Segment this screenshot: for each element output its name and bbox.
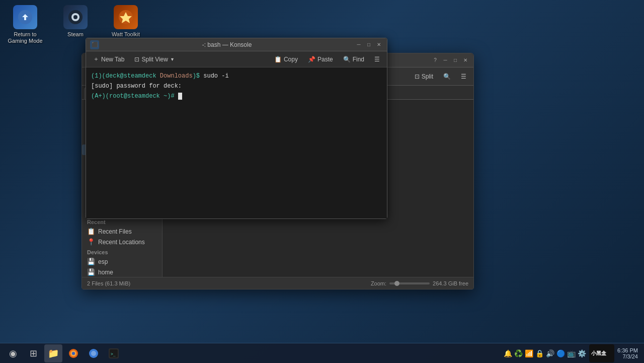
recent-files-icon: 📋 — [87, 228, 95, 235]
sidebar-item-recent-locations[interactable]: 📍 Recent Locations — [82, 237, 162, 247]
terminal-line-1: (1)(deck@steamdeck Downloads)$ sudo -i — [91, 71, 382, 81]
desktop: Return to Gaming Mode Steam Watt Toolkit — [0, 0, 644, 363]
close-button[interactable]: ✕ — [461, 56, 469, 64]
menu-button[interactable]: ☰ — [457, 71, 470, 82]
taskbar-left: ◉ ⊞ 📁 >_ — [4, 344, 123, 362]
konsole-close-button[interactable]: ✕ — [375, 41, 383, 49]
help-button[interactable]: ? — [431, 56, 439, 64]
steam-tray-icon[interactable]: ♻️ — [514, 349, 523, 357]
terminal-taskbar[interactable]: >_ — [105, 344, 123, 362]
network-tray-icon[interactable]: 📶 — [525, 349, 533, 357]
firefox-taskbar[interactable] — [64, 344, 83, 362]
split-icon: ⊡ — [415, 73, 420, 80]
zoom-slider-thumb — [394, 281, 399, 286]
watt-toolkit-icon — [114, 5, 138, 29]
search-button[interactable]: 🔍 — [439, 71, 455, 82]
konsole-title-bar: ⬛ -: bash — Konsole ─ □ ✕ — [86, 38, 387, 51]
new-tab-label: New Tab — [101, 56, 124, 63]
paste-icon: 📌 — [308, 56, 315, 63]
sidebar-item-home-dev-label: home — [98, 269, 113, 276]
split-view-button[interactable]: ⊡ Split View ▼ — [130, 54, 178, 64]
terminal-root-command — [175, 93, 178, 100]
maximize-button[interactable]: □ — [451, 56, 459, 64]
copy-label: Copy — [284, 56, 298, 63]
new-tab-icon: ＋ — [93, 55, 99, 63]
terminal-line-2: [sudo] password for deck: — [91, 82, 382, 91]
activities-button[interactable]: ◉ — [4, 344, 22, 362]
svg-point-10 — [72, 352, 75, 355]
konsole-toolbar: ＋ New Tab ⊡ Split View ▼ 📋 Copy 📌 Paste … — [86, 51, 387, 67]
sidebar-item-esp-label: esp — [98, 258, 108, 265]
desktop-icon-return-gaming[interactable]: Return to Gaming Mode — [5, 5, 45, 44]
split-label: Split — [422, 73, 433, 80]
terminal-line-3: (A+)(root@steamdeck ~)# — [91, 92, 382, 101]
zoom-control: Zoom: 264.3 GiB free — [371, 280, 468, 286]
devices-label: Devices — [82, 247, 162, 256]
konsole-app-icon: ⬛ — [90, 40, 99, 49]
minimize-button[interactable]: ─ — [441, 56, 449, 64]
terminal-prompt-suffix: )$ — [193, 72, 200, 80]
status-bar: 2 Files (61.3 MiB) Zoom: 264.3 GiB free — [82, 277, 473, 289]
konsole-title: -: bash — Konsole — [99, 41, 355, 48]
recent-locations-icon: 📍 — [87, 238, 95, 246]
discover-taskbar[interactable] — [85, 344, 103, 362]
bluetooth-icon[interactable]: 🔵 — [556, 349, 565, 357]
svg-point-3 — [73, 15, 77, 19]
paste-button[interactable]: 📌 Paste — [304, 54, 337, 64]
return-gaming-label: Return to Gaming Mode — [5, 31, 45, 44]
display-icon[interactable]: 📺 — [567, 349, 576, 357]
svg-text:小黑盒: 小黑盒 — [591, 350, 607, 356]
konsole-menu-button[interactable]: ☰ — [370, 54, 384, 64]
konsole-window-controls: ─ □ ✕ — [355, 41, 383, 49]
konsole-minimize-button[interactable]: ─ — [355, 41, 363, 49]
settings-tray-icon[interactable]: ⚙️ — [578, 349, 586, 357]
steam-label: Steam — [67, 31, 84, 38]
system-tray: 🔔 ♻️ 📶 🔒 🔊 🔵 📺 ⚙️ — [504, 349, 586, 357]
terminal-sudo-prompt: [sudo] password for deck: — [91, 83, 182, 90]
file-manager-taskbar[interactable]: 📁 — [44, 344, 62, 362]
taskbar-right: 🔔 ♻️ 📶 🔒 🔊 🔵 📺 ⚙️ 小黑盒 6:36 PM 7/3/24 — [504, 344, 640, 362]
new-tab-button[interactable]: ＋ New Tab — [89, 53, 128, 65]
watt-toolkit-label: Watt Toolkit — [112, 31, 140, 38]
volume-icon[interactable]: 🔊 — [546, 349, 554, 357]
brand-logo: 小黑盒 — [589, 344, 614, 362]
time-widget[interactable]: 6:36 PM 7/3/24 — [617, 347, 638, 359]
find-label: Find — [353, 56, 364, 63]
free-space: 264.3 GiB free — [433, 280, 468, 286]
sidebar-item-recent-files-label: Recent Files — [98, 228, 132, 235]
zoom-label: Zoom: — [371, 280, 386, 286]
notification-icon[interactable]: 🔔 — [504, 349, 512, 357]
terminal-cwd: Downloads — [160, 72, 193, 80]
terminal-cursor — [178, 93, 182, 100]
home-dev-icon: 💾 — [87, 268, 95, 276]
lock-icon[interactable]: 🔒 — [535, 349, 544, 357]
terminal-command-1: sudo -i — [200, 72, 229, 80]
toolbar-right-actions: ⊡ Split 🔍 ☰ — [411, 71, 470, 82]
window-controls: ? ─ □ ✕ — [431, 56, 469, 64]
zoom-slider[interactable] — [389, 282, 430, 284]
sidebar-item-recent-files[interactable]: 📋 Recent Files — [82, 226, 162, 237]
paste-label: Paste — [317, 56, 333, 63]
sidebar-item-home-dev[interactable]: 💾 home — [82, 267, 162, 277]
find-button[interactable]: 🔍 Find — [339, 54, 368, 64]
sidebar-item-esp[interactable]: 💾 esp — [82, 256, 162, 267]
time-display: 6:36 PM — [617, 347, 638, 353]
split-button[interactable]: ⊡ Split — [411, 71, 437, 82]
split-view-label: Split View — [141, 56, 168, 63]
copy-button[interactable]: 📋 Copy — [270, 54, 302, 64]
esp-icon: 💾 — [87, 258, 95, 265]
split-view-arrow: ▼ — [170, 57, 175, 62]
sidebar-item-recent-locations-label: Recent Locations — [98, 239, 145, 246]
svg-point-12 — [91, 351, 96, 356]
files-info: 2 Files (61.3 MiB) — [87, 280, 130, 286]
svg-text:>_: >_ — [111, 352, 116, 356]
find-icon: 🔍 — [343, 56, 351, 63]
split-view-icon: ⊡ — [134, 56, 139, 63]
konsole-maximize-button[interactable]: □ — [365, 41, 373, 49]
task-switcher-button[interactable]: ⊞ — [24, 344, 42, 362]
terminal-root-prompt: (A+)(root@steamdeck ~)# — [91, 93, 175, 100]
copy-icon: 📋 — [274, 56, 282, 63]
terminal-content[interactable]: (1)(deck@steamdeck Downloads)$ sudo -i [… — [86, 67, 387, 219]
taskbar: ◉ ⊞ 📁 >_ — [0, 343, 644, 363]
return-gaming-icon — [13, 5, 37, 29]
